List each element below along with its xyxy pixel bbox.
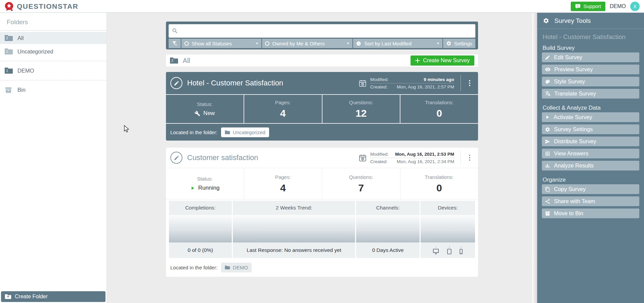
mouse-cursor (123, 125, 130, 134)
scrollbar[interactable] (532, 13, 537, 303)
stat-label: Status: (197, 101, 213, 107)
folder-item-bin[interactable]: Bin (0, 84, 106, 96)
bin-icon (4, 86, 13, 93)
filter-settings-button[interactable]: Settings (443, 39, 475, 48)
status-filter-dropdown[interactable]: Show all Statuses (181, 39, 261, 48)
distribute-survey-button[interactable]: Distribute Survey (542, 137, 639, 146)
caret-down-icon (256, 43, 258, 44)
edit-pencil-icon[interactable] (170, 152, 182, 164)
translate-survey-button[interactable]: Translate Survey (542, 89, 639, 99)
view-answers-button[interactable]: View Answers (542, 149, 639, 158)
created-label: Created: (370, 83, 388, 90)
create-new-survey-button[interactable]: Create New Survey (411, 55, 474, 66)
support-button[interactable]: Support (571, 2, 605, 11)
move-to-bin-button[interactable]: Move to Bin (542, 209, 639, 218)
empty-chart-area (233, 215, 355, 242)
current-folder-title: All (183, 57, 190, 65)
survey-card-header: Hotel - Customer Satisfaction Modified: … (166, 72, 478, 94)
activate-survey-button[interactable]: Activate Survey (542, 112, 639, 122)
modified-label: Modified: (370, 76, 389, 83)
palette-icon (545, 79, 550, 84)
tablet-icon (447, 246, 452, 255)
support-label: Support (583, 3, 601, 9)
folder-item-demo[interactable]: 1 DEMO (0, 65, 106, 77)
card-menu-button[interactable] (466, 151, 474, 164)
survey-metrics: Completions: 0 of 0 (0%) 2 Weeks Trend: … (166, 199, 478, 258)
folder-item-label: Bin (17, 87, 26, 93)
stat-value: 0 (436, 183, 442, 193)
status-filter-label: Show all Statuses (192, 41, 232, 46)
folder-row-label: Located in the folder: (170, 129, 217, 135)
created-value: Mon, Aug 16, 2021, 2:34 PM (397, 158, 454, 165)
circle-outline-icon (184, 41, 189, 46)
owner-filter-label: Owned by Me & Others (272, 41, 325, 46)
section-organize: Organize (537, 173, 644, 184)
metric-label: Devices: (421, 201, 475, 215)
owner-filter-dropdown[interactable]: Owned by Me & Others (262, 39, 353, 48)
clear-filters-button[interactable] (169, 39, 181, 48)
stat-label: Translations: (425, 100, 454, 105)
divider (0, 30, 106, 31)
tool-button-label: Style Survey (554, 78, 585, 85)
folder-count-badge: 1 (5, 69, 9, 73)
stat-status: Status: Running (166, 168, 244, 199)
copy-icon (545, 187, 550, 192)
folder-icon: 2 (170, 57, 178, 64)
stat-translations: Translations: 0 (400, 168, 478, 199)
analyze-results-button[interactable]: Analyze Results (542, 161, 639, 171)
tool-button-label: Preview Survey (554, 66, 593, 73)
metric-channels: Channels: 0 Days Active (356, 201, 420, 258)
card-menu-button[interactable] (466, 76, 474, 90)
preview-survey-button[interactable]: Preview Survey (542, 65, 639, 74)
bar-chart-icon (545, 163, 550, 168)
modified-value: Mon, Aug 16, 2021, 2:53 PM (395, 151, 454, 158)
folder-item-all[interactable]: 2 All (0, 32, 106, 44)
stat-pages: Pages: 4 (244, 168, 322, 199)
metric-completions: Completions: 0 of 0 (0%) (169, 201, 232, 258)
folder-item-uncategorized[interactable]: 1 Uncategorized (0, 45, 106, 58)
folder-count-badge: 1 (5, 49, 9, 54)
calendar-clock-icon (358, 154, 367, 162)
folder-chip[interactable]: DEMO (221, 263, 252, 272)
clock-icon (356, 41, 361, 46)
folder-plus-icon (5, 294, 11, 299)
empty-chart-area (421, 215, 475, 242)
copy-survey-button[interactable]: Copy Survey (542, 184, 639, 194)
stat-status: Status: New (166, 95, 244, 123)
stat-value: New (203, 110, 215, 117)
wrench-icon (195, 111, 200, 116)
survey-settings-button[interactable]: Survey Settings (542, 124, 639, 134)
search-icon (172, 28, 178, 34)
survey-title[interactable]: Customer satisfaction (187, 153, 354, 162)
empty-chart-area (169, 215, 232, 242)
calendar-clock-icon (358, 79, 367, 87)
search-box (169, 24, 475, 38)
selected-survey-name: Hotel - Customer Satisfaction (537, 29, 644, 41)
survey-title[interactable]: Hotel - Customer Satisfaction (187, 79, 354, 87)
search-input[interactable] (181, 24, 475, 38)
style-survey-button[interactable]: Style Survey (542, 77, 639, 86)
create-folder-label: Create Folder (15, 294, 48, 300)
stat-pages: Pages: 4 (244, 95, 322, 123)
metric-devices: Devices: (421, 201, 475, 258)
metric-label: 2 Weeks Trend: (233, 201, 355, 215)
create-folder-button[interactable]: Create Folder (1, 291, 105, 302)
share-with-team-button[interactable]: Share with Team (542, 196, 639, 206)
create-new-survey-label: Create New Survey (423, 58, 470, 64)
folder-icon: 1 (4, 67, 13, 74)
divider (461, 75, 461, 91)
paper-plane-icon (545, 139, 550, 144)
sort-dropdown[interactable]: Sort by Last Modified (353, 39, 442, 48)
edit-survey-button[interactable]: Edit Survey (542, 52, 639, 62)
stat-value: 4 (280, 183, 286, 193)
tool-button-label: View Answers (554, 150, 588, 157)
account-label[interactable]: DEMO (610, 3, 626, 9)
avatar[interactable]: X (630, 2, 640, 11)
stat-translations: Translations: 0 (400, 95, 478, 123)
folder-icon: 2 (4, 35, 13, 41)
edit-pencil-icon[interactable] (170, 77, 182, 89)
stat-questions: Questions: 12 (323, 95, 400, 123)
metric-label: Completions: (169, 201, 232, 215)
eye-icon (545, 67, 551, 72)
folder-chip[interactable]: Uncategorized (221, 127, 269, 137)
